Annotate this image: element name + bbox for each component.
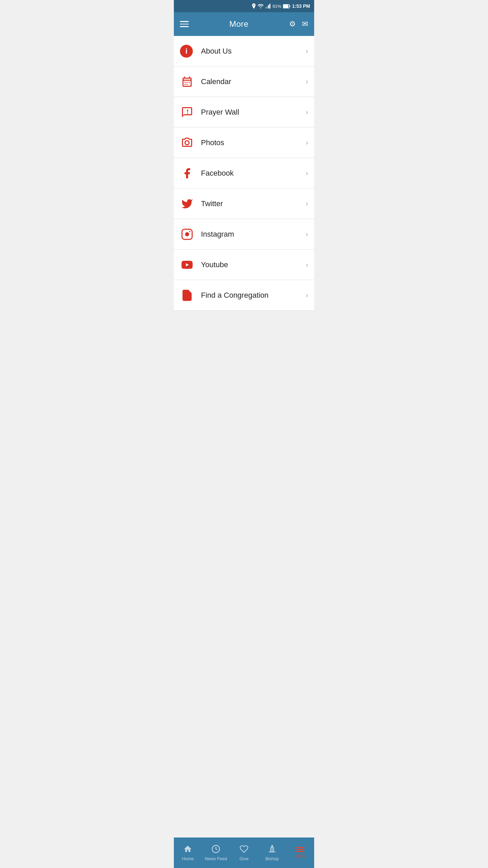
prayer-wall-icon-wrap: [180, 105, 198, 119]
prayer-wall-label: Prayer Wall: [198, 108, 306, 117]
instagram-icon-wrap: [180, 227, 198, 241]
status-bar: 91% 1:53 PM: [174, 0, 314, 12]
menu-item-about-us[interactable]: i About Us ›: [174, 36, 314, 66]
menu-item-youtube[interactable]: Youtube ›: [174, 250, 314, 280]
instagram-icon: [180, 227, 194, 241]
twitter-chevron: ›: [306, 200, 308, 208]
tab-news-feed[interactable]: News Feed: [202, 837, 230, 868]
menu-item-photos[interactable]: Photos ›: [174, 127, 314, 158]
prayer-icon: [180, 105, 194, 119]
instagram-chevron: ›: [306, 230, 308, 238]
instagram-label: Instagram: [198, 230, 306, 239]
camera-icon: [180, 136, 194, 150]
toolbar-left: [180, 21, 189, 27]
about-us-icon-wrap: i: [180, 45, 198, 58]
twitter-icon: [180, 197, 194, 211]
facebook-icon-wrap: [180, 166, 198, 180]
clock: 1:53 PM: [292, 3, 310, 9]
menu-item-facebook[interactable]: Facebook ›: [174, 158, 314, 189]
calendar-chevron: ›: [306, 78, 308, 85]
tab-more[interactable]: More: [286, 837, 314, 868]
tab-give[interactable]: Give: [230, 837, 258, 868]
calendar-label: Calendar: [198, 77, 306, 86]
youtube-icon-wrap: [180, 258, 198, 272]
find-congregation-icon-wrap: [180, 288, 198, 302]
menu-item-calendar[interactable]: Calendar ›: [174, 66, 314, 97]
tab-give-label: Give: [240, 856, 249, 861]
youtube-label: Youtube: [198, 260, 306, 269]
svg-rect-1: [267, 6, 268, 8]
document-icon: [180, 288, 194, 302]
facebook-label: Facebook: [198, 169, 306, 178]
svg-rect-0: [265, 7, 266, 8]
tab-home-label: Home: [182, 856, 194, 861]
menu-item-find-congregation[interactable]: Find a Congregation ›: [174, 280, 314, 311]
tab-more-label: More: [295, 853, 305, 859]
svg-rect-2: [268, 5, 269, 8]
toolbar-title: More: [229, 19, 249, 29]
facebook-chevron: ›: [306, 169, 308, 177]
tab-news-feed-label: News Feed: [205, 856, 227, 861]
prayer-wall-chevron: ›: [306, 108, 308, 116]
find-congregation-label: Find a Congregation: [198, 291, 306, 300]
svg-rect-6: [290, 5, 290, 7]
give-icon: [240, 845, 248, 855]
twitter-icon-wrap: [180, 197, 198, 211]
twitter-label: Twitter: [198, 199, 306, 208]
news-feed-icon: [211, 845, 220, 855]
youtube-chevron: ›: [306, 261, 308, 269]
about-us-label: About Us: [198, 47, 306, 56]
bishop-icon: [268, 845, 277, 855]
tab-bar: Home News Feed Give Bishop Mo: [174, 837, 314, 868]
photos-label: Photos: [198, 138, 306, 147]
find-congregation-chevron: ›: [306, 291, 308, 299]
status-icons: 91% 1:53 PM: [252, 3, 310, 9]
toolbar: More ⚙ ✉: [174, 12, 314, 36]
message-icon[interactable]: ✉: [302, 20, 308, 28]
tab-home[interactable]: Home: [174, 837, 202, 868]
photos-icon-wrap: [180, 136, 198, 150]
toolbar-right: ⚙ ✉: [289, 20, 308, 28]
about-us-chevron: ›: [306, 47, 308, 55]
home-icon: [183, 845, 192, 855]
tab-bishop[interactable]: Bishop: [258, 837, 286, 868]
facebook-icon: [180, 166, 194, 180]
menu-item-instagram[interactable]: Instagram ›: [174, 219, 314, 250]
calendar-icon: [180, 75, 194, 89]
info-icon: i: [180, 45, 193, 58]
menu-item-twitter[interactable]: Twitter ›: [174, 189, 314, 219]
settings-icon[interactable]: ⚙: [289, 20, 296, 28]
youtube-icon: [180, 258, 194, 272]
photos-chevron: ›: [306, 139, 308, 146]
calendar-icon-wrap: [180, 75, 198, 89]
menu-list: i About Us › Calendar › Prayer Wall ›: [174, 36, 314, 311]
battery-percentage: 91%: [272, 4, 281, 9]
svg-rect-3: [269, 4, 270, 8]
svg-rect-5: [283, 5, 288, 8]
content-area: i About Us › Calendar › Prayer Wall ›: [174, 36, 314, 341]
more-icon: [296, 847, 304, 852]
menu-item-prayer-wall[interactable]: Prayer Wall ›: [174, 97, 314, 127]
menu-button[interactable]: [180, 21, 189, 27]
tab-bishop-label: Bishop: [265, 856, 279, 861]
